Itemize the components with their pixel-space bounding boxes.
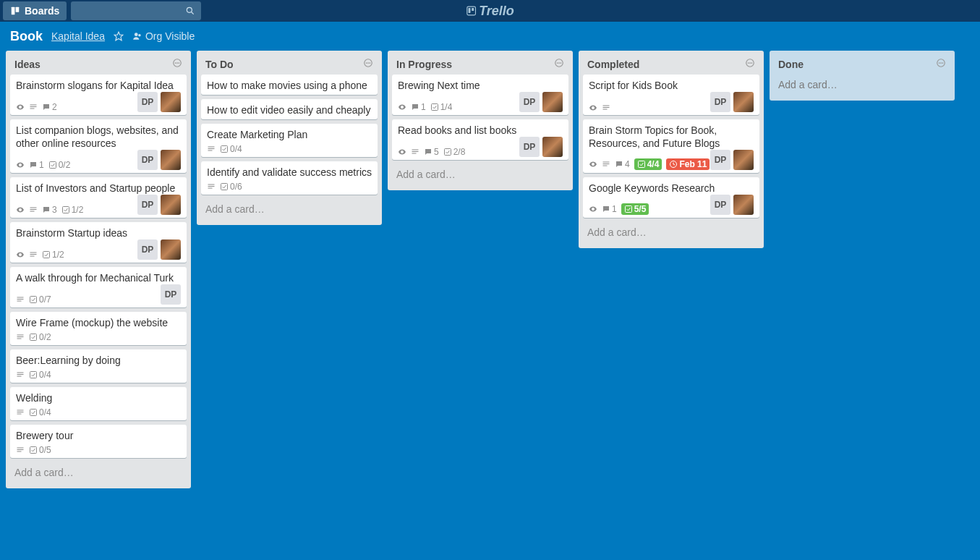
svg-rect-42	[17, 448, 24, 449]
member-initials[interactable]: DP	[161, 284, 181, 305]
svg-rect-72	[603, 107, 610, 108]
svg-rect-19	[30, 209, 37, 210]
list: Ideas Brainstorm slogans for Kapital Ide…	[6, 51, 191, 488]
svg-rect-76	[603, 166, 608, 166]
list-title[interactable]: Completed	[587, 59, 639, 70]
card-badges: 0/4	[16, 370, 51, 380]
card[interactable]: List of Investors and Startup people 31/…	[10, 177, 187, 218]
comments-badge: 1	[29, 160, 44, 170]
list-menu-button[interactable]	[745, 58, 755, 70]
add-card-button[interactable]: Add a card…	[774, 75, 950, 95]
member-initials[interactable]: DP	[137, 239, 158, 260]
visibility-button[interactable]: Org Visible	[132, 30, 195, 42]
card[interactable]: A walk through for Mechanical Turk 0/7 D…	[10, 267, 187, 307]
svg-marker-7	[114, 32, 123, 41]
card[interactable]: How to make movies using a phone	[201, 75, 378, 95]
checklist-badge: 1/2	[42, 250, 64, 260]
card-badges: 0/4	[16, 407, 51, 417]
list-title[interactable]: Done	[778, 59, 804, 70]
member-initials[interactable]: DP	[137, 150, 158, 170]
trello-logo[interactable]: Trello	[466, 4, 514, 19]
card[interactable]: Identify and validate success metrics 0/…	[201, 161, 378, 195]
svg-rect-24	[30, 256, 35, 257]
member-avatar[interactable]	[161, 195, 181, 215]
list-title[interactable]: To Do	[205, 59, 234, 70]
search-input[interactable]	[71, 1, 201, 20]
svg-point-60	[558, 62, 560, 64]
card[interactable]: Beer:Learning by doing 0/4	[10, 349, 187, 383]
card[interactable]: Google Keywords Research 15/5 DP	[583, 177, 759, 218]
card-badges: 0/4	[207, 144, 242, 154]
member-initials[interactable]: DP	[519, 137, 540, 157]
member-initials[interactable]: DP	[519, 92, 540, 112]
card[interactable]: Read books and list books 52/8 DP	[392, 119, 568, 160]
member-initials[interactable]: DP	[710, 150, 730, 170]
svg-rect-45	[30, 447, 37, 454]
card-members: DP	[161, 284, 181, 305]
member-avatar[interactable]	[733, 92, 754, 112]
add-card-button[interactable]: Add a card…	[583, 222, 759, 242]
card[interactable]: List companion blogs, websites, and othe…	[10, 119, 187, 173]
card[interactable]: How to edit video easily and cheaply	[201, 99, 378, 119]
svg-rect-43	[17, 449, 24, 450]
card-title: Create Marketing Plan	[207, 128, 372, 141]
list-menu-button[interactable]	[363, 58, 373, 70]
list-title[interactable]: Ideas	[14, 59, 41, 70]
list-menu-button[interactable]	[936, 58, 946, 70]
svg-rect-32	[17, 339, 22, 339]
svg-rect-30	[17, 335, 24, 336]
svg-rect-31	[17, 336, 24, 337]
svg-point-2	[187, 7, 192, 12]
member-avatar[interactable]	[542, 137, 563, 157]
board-title[interactable]: Book	[10, 29, 43, 44]
card-members: DP	[137, 92, 181, 112]
card[interactable]: Script for Kids Book DP	[583, 75, 759, 115]
board-team-link[interactable]: Kapital Idea	[51, 30, 105, 42]
watch-icon	[16, 103, 25, 111]
description-icon	[29, 250, 38, 259]
svg-rect-52	[208, 150, 213, 151]
card[interactable]: Brain Storm Topics for Book, Resources, …	[583, 119, 759, 173]
card-title: Beer:Learning by doing	[16, 354, 181, 367]
svg-point-12	[176, 62, 178, 64]
list-title[interactable]: In Progress	[396, 59, 452, 70]
watch-icon	[398, 103, 406, 111]
add-card-button[interactable]: Add a card…	[392, 164, 568, 184]
description-icon	[602, 103, 610, 112]
card-title: Brain Storm Topics for Book, Resources, …	[589, 124, 754, 150]
card-title: Script for Kids Book	[589, 79, 754, 92]
member-avatar[interactable]	[161, 239, 181, 260]
member-initials[interactable]: DP	[710, 92, 730, 112]
card[interactable]: Brainstorm Startup ideas 1/2 DP	[10, 222, 187, 263]
member-avatar[interactable]	[542, 92, 563, 112]
card[interactable]: Welding 0/4	[10, 387, 187, 420]
add-card-button[interactable]: Add a card…	[10, 462, 187, 483]
svg-rect-41	[30, 410, 37, 416]
list: Completed Script for Kids Book DP Brain …	[579, 51, 764, 248]
member-avatar[interactable]	[161, 150, 181, 170]
member-initials[interactable]: DP	[137, 92, 158, 112]
card[interactable]: Wire Frame (mockup) the website 0/2	[10, 312, 187, 345]
list-menu-button[interactable]	[554, 58, 564, 70]
card[interactable]: Brainstorm slogans for Kapital Idea 2 DP	[10, 75, 187, 115]
card-badges: 0/2	[16, 332, 51, 342]
svg-point-9	[138, 34, 141, 37]
star-button[interactable]	[114, 31, 124, 41]
member-initials[interactable]: DP	[137, 195, 158, 215]
card[interactable]: Brewery tour 0/5	[10, 425, 187, 458]
watch-icon	[398, 148, 406, 156]
svg-rect-29	[30, 297, 37, 303]
card[interactable]: Create Marketing Plan 0/4	[201, 124, 378, 157]
list-menu-button[interactable]	[172, 58, 182, 70]
member-initials[interactable]: DP	[710, 195, 730, 215]
boards-button[interactable]: Boards	[3, 1, 67, 20]
member-avatar[interactable]	[161, 92, 181, 112]
member-avatar[interactable]	[733, 195, 754, 215]
boards-icon	[10, 6, 20, 16]
card-members: DP	[519, 137, 563, 157]
svg-point-47	[366, 62, 367, 64]
add-card-button[interactable]: Add a card…	[201, 199, 378, 219]
card[interactable]: Brewing Next time 11/4 DP	[392, 75, 568, 115]
member-avatar[interactable]	[733, 150, 754, 170]
svg-point-13	[178, 62, 179, 64]
